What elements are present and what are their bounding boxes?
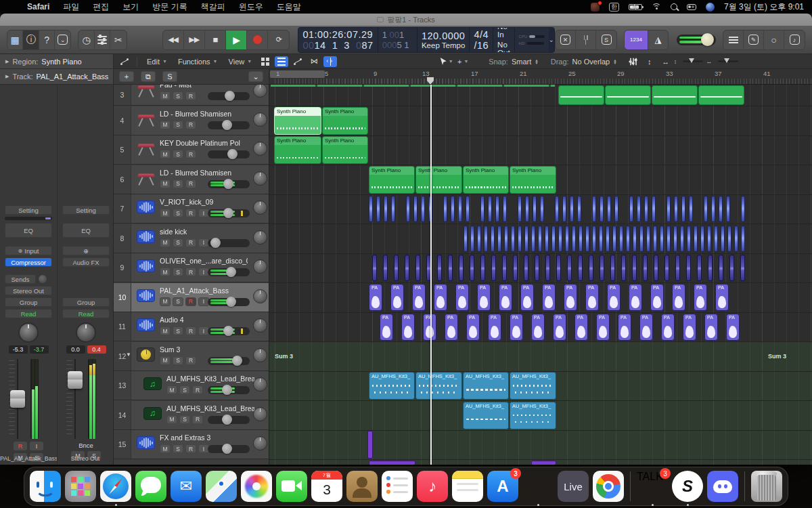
functions-menu[interactable]: Functions▼ [173,58,223,66]
audio-clip-bar[interactable] [524,226,528,252]
track-pan-knob[interactable] [253,200,267,215]
midi-region-synth-piano[interactable]: Synth Piano [463,166,509,194]
control-bar-display-button[interactable]: ⌄ [55,30,70,50]
audio-clip-bar[interactable] [502,255,507,281]
lcd-locators[interactable]: 0001 1 1 001 0005 1 1 001 [378,28,418,52]
arrange-area[interactable]: Sum 3Sum 3Synth PianoSynth PianoSynth Pi… [269,85,812,465]
audio-clip-bar[interactable] [708,255,713,281]
audio-region-pa[interactable]: PA [553,314,566,341]
dock-icon-logicpro[interactable] [522,471,554,502]
track-record-button[interactable]: R [185,179,196,188]
audio-clip-bar[interactable] [504,226,508,252]
audio-clip-bar[interactable] [533,196,537,222]
out-automation-mode[interactable]: Read [62,309,110,318]
weather-icon[interactable] [706,3,715,12]
region-disclosure-triangle[interactable]: ▶ [5,59,9,64]
catch-playhead-button[interactable] [118,56,131,67]
audio-clip-bar[interactable] [686,255,691,281]
loop-browser-button[interactable]: ○ [764,30,784,50]
track-slider-thumb[interactable] [227,149,238,159]
audio-region-pa[interactable]: PA [520,284,534,311]
dock-icon-reminders[interactable] [382,471,413,502]
track-solo-button[interactable]: S [173,326,183,335]
track-pan-knob[interactable] [253,230,267,245]
wifi-icon[interactable] [652,3,661,11]
strip-output-button[interactable]: Stereo Out [5,286,52,295]
menu-item-4[interactable]: 책갈피 [194,1,232,13]
dock-icon-messages[interactable] [135,471,166,502]
audio-clip-bar[interactable] [391,196,395,222]
audio-clip-bar[interactable] [524,255,528,281]
audio-clip-bar[interactable] [488,196,492,222]
audio-clip-bar[interactable] [687,226,691,252]
snap-stepper-icon[interactable]: ▲▼ [535,59,538,64]
audio-clip-bar[interactable] [464,226,468,252]
audio-clip-bar[interactable] [741,196,745,222]
audio-clip-bar[interactable] [652,196,656,222]
region-inspector-header[interactable]: ▶ Region: Synth Piano [0,54,114,69]
out-bounce-label[interactable]: Bnce [62,442,110,449]
track-slider-thumb[interactable] [232,356,242,366]
audio-clip-bar[interactable] [577,196,581,222]
cycle-button[interactable]: ⟳ [268,30,289,50]
audio-clip-bar[interactable] [459,255,464,281]
solo-mode-button[interactable]: S [596,30,616,50]
audio-clip-bar[interactable] [448,255,453,281]
dock-icon-mail[interactable]: ✉ [171,471,202,502]
audio-clip-bar[interactable] [497,226,501,252]
lcd-performance[interactable]: CPU HD [515,28,549,52]
track-volume-slider[interactable] [208,386,250,394]
out-peak-value[interactable]: 0.4 [87,345,106,354]
audio-region-pa[interactable]: PA [401,314,415,341]
audio-clip-bar[interactable] [741,226,745,252]
track-volume-slider[interactable] [208,327,250,335]
track-header-5[interactable]: 5KEY Double Platinum PolMSR [114,135,269,165]
track-pan-knob[interactable] [253,142,267,156]
track-volume-slider[interactable] [208,180,250,188]
audio-clip-bar[interactable] [719,255,723,281]
track-volume-slider[interactable] [208,416,250,424]
track-record-button[interactable]: R [185,238,196,247]
audio-region-purple[interactable] [369,461,415,465]
track-solo-button[interactable]: S [173,268,183,276]
audio-region-pa[interactable]: PA [694,284,707,311]
audio-clip-bar[interactable] [689,196,693,222]
dock-icon-live[interactable]: Live [558,471,589,502]
lcd-midi-io[interactable]: No In No Out [493,28,515,52]
track-slider-thumb[interactable] [225,91,235,101]
audio-clip-bar[interactable] [694,226,698,252]
midi-region-synth-piano[interactable]: Synth Piano [322,136,368,164]
midi-region-synth-piano[interactable]: Synth Piano [369,166,415,194]
track-inspector-header[interactable]: ▶ Track: PAL_A1_Attack_Bass [0,69,114,85]
audio-clip-bar[interactable] [484,226,488,252]
track-volume-slider[interactable] [208,121,250,129]
track-volume-slider[interactable] [208,150,250,158]
view-menu[interactable]: View▼ [223,58,258,66]
lcd-time-signature[interactable]: 4/4 /16 [470,28,493,52]
no-input-monitor-button[interactable]: ✕ [556,30,576,50]
secondary-tool-button[interactable]: +▼ [456,56,470,67]
audio-clip-bar[interactable] [567,255,572,281]
track-header-14[interactable]: 14♫AU_MFHS_Kit3_Lead_BreakMSR [114,401,269,430]
scissors-button[interactable]: ✂ [110,30,126,50]
audio-clip-bar[interactable] [480,196,484,222]
audio-clip-bar[interactable] [643,255,648,281]
audio-region-pa[interactable]: PA [466,314,480,341]
audio-clip-bar[interactable] [579,226,583,252]
audio-clip-bar[interactable] [654,255,658,281]
audio-clip-bar[interactable] [704,196,708,222]
audio-region-pa[interactable]: PA [369,284,382,311]
audio-clip-bar[interactable] [607,196,611,222]
dock-icon-calendar[interactable]: 7월3 [311,471,342,502]
strip-input-button[interactable]: ⊕Input [5,246,52,255]
audio-clip-bar[interactable] [369,196,373,222]
track-record-button[interactable]: R [185,326,196,335]
audio-clip-bar[interactable] [503,196,507,222]
midi-region-synth-piano[interactable] [698,85,744,105]
audio-region-pa[interactable]: PA [412,284,426,311]
lcd-tempo[interactable]: 120.0000 Keep Tempo [418,28,470,52]
menu-app-name[interactable]: Safari [20,2,56,12]
audio-region-pa[interactable]: PA [574,314,588,341]
dock-icon-maps[interactable] [206,471,237,502]
track-volume-slider[interactable] [208,92,250,100]
